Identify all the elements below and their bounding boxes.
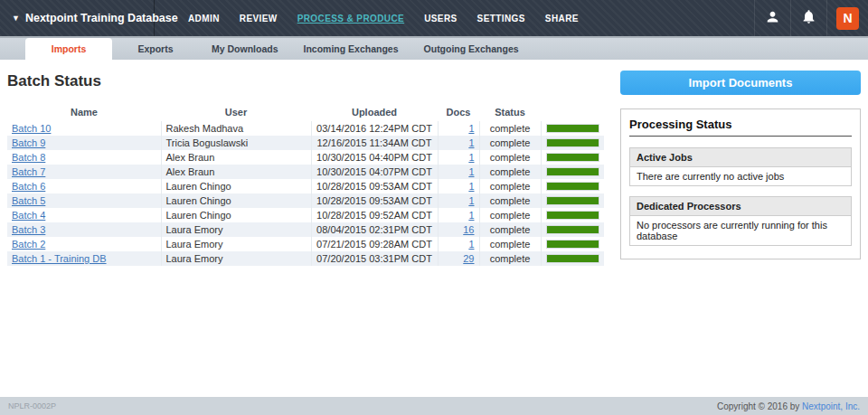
batch-link[interactable]: Batch 1 - Training DB bbox=[12, 253, 107, 264]
col-header-docs: Docs bbox=[438, 104, 479, 121]
batch-link[interactable]: Batch 10 bbox=[12, 123, 51, 134]
uploaded-cell: 10/28/2015 09:53AM CDT bbox=[311, 193, 438, 208]
docs-count-link[interactable]: 16 bbox=[463, 224, 474, 235]
main-content: Batch Status Name User Uploaded Docs Sta… bbox=[0, 60, 868, 397]
batch-link[interactable]: Batch 4 bbox=[12, 210, 45, 221]
status-cell: complete bbox=[479, 150, 541, 165]
progress-bar-track bbox=[546, 225, 600, 234]
database-code: NPLR-0002P bbox=[8, 401, 56, 410]
batch-link[interactable]: Batch 2 bbox=[12, 239, 45, 250]
footer: NPLR-0002P Copyright © 2016 by Nextpoint… bbox=[0, 397, 868, 415]
docs-count-link[interactable]: 1 bbox=[468, 181, 474, 192]
notifications-button[interactable] bbox=[790, 0, 826, 36]
progress-bar-fill bbox=[547, 125, 599, 132]
table-row: Batch 8 Alex Braun 10/30/2015 04:40PM CD… bbox=[7, 150, 604, 165]
progress-bar-fill bbox=[547, 197, 599, 204]
section-tabbar: Imports Exports My Downloads Incoming Ex… bbox=[0, 36, 868, 60]
chevron-down-icon: ▼ bbox=[12, 14, 20, 23]
nav-link[interactable]: PROCESS & PRODUCE bbox=[288, 14, 415, 24]
database-switcher[interactable]: ▼ Nextpoint Training Database bbox=[0, 0, 155, 36]
status-cell: complete bbox=[479, 222, 541, 237]
status-cell: complete bbox=[479, 251, 541, 266]
batch-link[interactable]: Batch 7 bbox=[12, 166, 45, 177]
uploaded-cell: 07/21/2015 09:28AM CDT bbox=[311, 237, 438, 251]
progress-cell bbox=[541, 165, 604, 179]
nextpoint-logo-button[interactable]: N bbox=[826, 0, 868, 36]
table-row: Batch 6 Lauren Chingo 10/28/2015 09:53AM… bbox=[7, 179, 604, 193]
col-header-name: Name bbox=[7, 104, 161, 121]
page-title: Batch Status bbox=[7, 72, 606, 90]
bell-icon bbox=[801, 9, 816, 28]
uploaded-cell: 08/04/2015 02:31PM CDT bbox=[311, 222, 438, 237]
progress-cell bbox=[541, 193, 604, 208]
top-navbar: ▼ Nextpoint Training Database ADMIN REVI… bbox=[0, 0, 868, 36]
table-row: Batch 2 Laura Emory 07/21/2015 09:28AM C… bbox=[7, 237, 604, 251]
tab[interactable]: Exports bbox=[112, 38, 199, 60]
status-cell: complete bbox=[479, 121, 541, 136]
docs-count-link[interactable]: 1 bbox=[468, 166, 474, 177]
section-header: Dedicated Processors bbox=[630, 197, 851, 216]
col-header-status: Status bbox=[479, 104, 541, 121]
batch-link[interactable]: Batch 3 bbox=[12, 224, 45, 235]
progress-bar-fill bbox=[547, 183, 599, 190]
table-row: Batch 10 Rakesh Madhava 03/14/2016 12:24… bbox=[7, 121, 604, 136]
table-header-row: Name User Uploaded Docs Status bbox=[7, 104, 604, 121]
uploaded-cell: 10/28/2015 09:53AM CDT bbox=[311, 179, 438, 193]
processing-status-title: Processing Status bbox=[629, 118, 852, 137]
user-cell: Lauren Chingo bbox=[161, 193, 311, 208]
user-icon bbox=[765, 9, 780, 28]
docs-count-link[interactable]: 1 bbox=[468, 137, 474, 148]
nav-link[interactable]: SETTINGS bbox=[467, 14, 535, 24]
user-cell: Rakesh Madhava bbox=[161, 121, 311, 136]
status-cell: complete bbox=[479, 136, 541, 150]
batch-link[interactable]: Batch 9 bbox=[12, 137, 45, 148]
processing-status-section: Dedicated Processors No processors are c… bbox=[629, 196, 852, 246]
docs-count-link[interactable]: 1 bbox=[468, 123, 474, 134]
user-cell: Lauren Chingo bbox=[161, 208, 311, 222]
import-documents-button[interactable]: Import Documents bbox=[620, 71, 861, 95]
docs-count-link[interactable]: 1 bbox=[468, 195, 474, 206]
progress-cell bbox=[541, 136, 604, 150]
docs-count-link[interactable]: 29 bbox=[463, 253, 474, 264]
user-cell: Lauren Chingo bbox=[161, 179, 311, 193]
nav-link[interactable]: SHARE bbox=[535, 14, 589, 24]
progress-bar-fill bbox=[547, 241, 599, 248]
progress-cell bbox=[541, 208, 604, 222]
nav-link[interactable]: REVIEW bbox=[230, 14, 288, 24]
tab[interactable]: Incoming Exchanges bbox=[291, 38, 411, 60]
docs-count-link[interactable]: 1 bbox=[468, 239, 474, 250]
docs-count-link[interactable]: 1 bbox=[468, 152, 474, 163]
nextpoint-link[interactable]: Nextpoint, Inc. bbox=[802, 401, 860, 411]
batch-link[interactable]: Batch 5 bbox=[12, 195, 45, 206]
copyright: Copyright © 2016 by Nextpoint, Inc. bbox=[717, 401, 860, 411]
progress-cell bbox=[541, 121, 604, 136]
user-account-button[interactable] bbox=[754, 0, 790, 36]
progress-bar-track bbox=[546, 153, 600, 162]
nav-link[interactable]: USERS bbox=[414, 14, 467, 24]
progress-bar-track bbox=[546, 254, 600, 263]
uploaded-cell: 10/30/2015 04:07PM CDT bbox=[311, 165, 438, 179]
main-nav: ADMIN REVIEW PROCESS & PRODUCE USERS SET… bbox=[178, 0, 589, 36]
docs-count-link[interactable]: 1 bbox=[468, 210, 474, 221]
app-window: ▼ Nextpoint Training Database ADMIN REVI… bbox=[0, 0, 868, 415]
progress-bar-track bbox=[546, 138, 600, 147]
processing-status-section: Active Jobs There are currently no activ… bbox=[629, 147, 852, 186]
progress-bar-track bbox=[546, 211, 600, 220]
progress-bar-fill bbox=[547, 168, 599, 175]
col-header-progress bbox=[541, 104, 604, 121]
progress-bar-track bbox=[546, 124, 600, 133]
tab[interactable]: Outgoing Exchanges bbox=[411, 38, 532, 60]
tab[interactable]: Imports bbox=[25, 38, 112, 60]
table-row: Batch 4 Lauren Chingo 10/28/2015 09:52AM… bbox=[7, 208, 604, 222]
user-cell: Laura Emory bbox=[161, 222, 311, 237]
nav-link[interactable]: ADMIN bbox=[178, 14, 230, 24]
user-cell: Alex Braun bbox=[161, 165, 311, 179]
progress-bar-track bbox=[546, 240, 600, 249]
tab[interactable]: My Downloads bbox=[199, 38, 291, 60]
copyright-text: Copyright © 2016 by bbox=[717, 401, 802, 411]
batch-link[interactable]: Batch 6 bbox=[12, 181, 45, 192]
table-row: Batch 3 Laura Emory 08/04/2015 02:31PM C… bbox=[7, 222, 604, 237]
table-row: Batch 1 - Training DB Laura Emory 07/20/… bbox=[7, 251, 604, 266]
col-header-uploaded: Uploaded bbox=[311, 104, 438, 121]
batch-link[interactable]: Batch 8 bbox=[12, 152, 45, 163]
